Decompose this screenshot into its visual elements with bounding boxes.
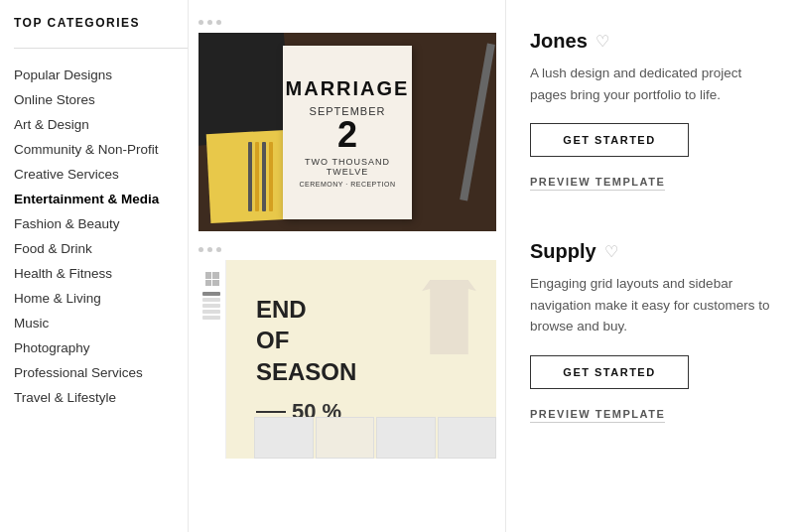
- dot-3: [216, 20, 221, 25]
- dot-6: [216, 247, 221, 252]
- supply-line3: SEASON: [256, 356, 356, 387]
- dot-2: [207, 20, 212, 25]
- supply-preview-bg: END OF SEASON 50 %: [198, 260, 496, 459]
- sidebar-item-art-design[interactable]: Art & Design: [14, 112, 188, 137]
- page-layout: TOP CATEGORIES Popular DesignsOnline Sto…: [0, 0, 794, 532]
- supply-name-row: Supply ♡: [530, 240, 770, 263]
- supply-dash: [256, 411, 286, 413]
- supply-main-area: END OF SEASON 50 %: [226, 260, 496, 459]
- sidebar-item-travel-lifestyle[interactable]: Travel & Lifestyle: [14, 385, 188, 410]
- supply-preview-image: END OF SEASON 50 %: [198, 260, 496, 459]
- jones-preview-bg: MARRIAGE SEPTEMBER 2 TWO THOUSAND TWELVE…: [198, 33, 496, 231]
- jones-pencils: [248, 142, 273, 211]
- supply-bottom-row: [254, 417, 496, 459]
- jones-marriage: MARRIAGE: [286, 77, 410, 99]
- jones-name-row: Jones ♡: [530, 30, 770, 53]
- grid-sq-2: [212, 272, 219, 279]
- supply-thumb-1: [254, 417, 314, 459]
- sidebar-item-health-fitness[interactable]: Health & Fitness: [14, 261, 188, 286]
- supply-nav-3: [202, 304, 220, 308]
- supply-detail: Supply ♡ Engaging grid layouts and sideb…: [530, 230, 770, 423]
- jones-cloth: [198, 33, 293, 146]
- sidebar-item-community-non-profit[interactable]: Community & Non-Profit: [14, 137, 188, 162]
- grid-sq-1: [205, 272, 212, 279]
- supply-description: Engaging grid layouts and sidebar naviga…: [530, 273, 770, 337]
- pencil-3: [262, 142, 266, 211]
- supply-heart-icon[interactable]: ♡: [604, 242, 618, 261]
- supply-thumb-4: [438, 417, 497, 459]
- sidebar: TOP CATEGORIES Popular DesignsOnline Sto…: [0, 0, 189, 532]
- template-card-jones[interactable]: MARRIAGE SEPTEMBER 2 TWO THOUSAND TWELVE…: [189, 12, 505, 231]
- sidebar-divider: [14, 48, 188, 49]
- sidebar-item-music[interactable]: Music: [14, 311, 188, 335]
- supply-preview-link[interactable]: PREVIEW TEMPLATE: [530, 408, 665, 423]
- jones-get-started-button[interactable]: GET STARTED: [530, 123, 689, 157]
- sidebar-item-food-drink[interactable]: Food & Drink: [14, 236, 188, 261]
- jones-description: A lush design and dedicated project page…: [530, 63, 770, 105]
- main-content: MARRIAGE SEPTEMBER 2 TWO THOUSAND TWELVE…: [189, 0, 794, 532]
- supply-sidebar-nav: [198, 260, 226, 459]
- sidebar-item-creative-services[interactable]: Creative Services: [14, 162, 188, 187]
- dot-5: [207, 247, 212, 252]
- grid-sq-4: [212, 280, 219, 287]
- template-list: MARRIAGE SEPTEMBER 2 TWO THOUSAND TWELVE…: [189, 0, 506, 532]
- sidebar-item-professional-services[interactable]: Professional Services: [14, 360, 188, 385]
- sidebar-item-popular-designs[interactable]: Popular Designs: [14, 63, 188, 87]
- supply-dots: [189, 239, 505, 260]
- jones-ruler: [460, 44, 495, 201]
- jones-name: Jones: [530, 30, 588, 53]
- jones-preview-link[interactable]: PREVIEW TEMPLATE: [530, 176, 665, 191]
- supply-name: Supply: [530, 240, 596, 263]
- pencil-1: [248, 142, 252, 211]
- sidebar-item-photography[interactable]: Photography: [14, 335, 188, 360]
- supply-end-text: END OF SEASON: [256, 294, 356, 387]
- dot-4: [198, 247, 203, 252]
- pencil-4: [269, 142, 273, 211]
- jones-detail: Jones ♡ A lush design and dedicated proj…: [530, 20, 770, 191]
- jones-dots: [189, 12, 505, 33]
- supply-thumb-2: [316, 417, 375, 459]
- detail-panel: Jones ♡ A lush design and dedicated proj…: [506, 0, 794, 532]
- supply-nav-2: [202, 298, 220, 302]
- jones-preview-image: MARRIAGE SEPTEMBER 2 TWO THOUSAND TWELVE…: [198, 33, 496, 231]
- supply-nav-4: [202, 310, 220, 314]
- sidebar-item-fashion-beauty[interactable]: Fashion & Beauty: [14, 211, 188, 236]
- supply-shirt-shape: [422, 280, 476, 354]
- jones-ceremony: CEREMONY · RECEPTION: [300, 181, 396, 188]
- jones-day: 2: [337, 117, 357, 153]
- grid-sq-3: [205, 280, 212, 287]
- supply-shirt: [422, 280, 476, 354]
- dot-1: [198, 20, 203, 25]
- pencil-2: [255, 142, 259, 211]
- supply-line2: OF: [256, 325, 356, 355]
- supply-nav-1: [202, 292, 220, 296]
- sidebar-item-home-living[interactable]: Home & Living: [14, 286, 188, 311]
- supply-thumb-3: [376, 417, 436, 459]
- sidebar-title: TOP CATEGORIES: [14, 16, 188, 30]
- supply-get-started-button[interactable]: GET STARTED: [530, 355, 689, 389]
- template-card-supply[interactable]: END OF SEASON 50 %: [189, 239, 505, 459]
- jones-paper: MARRIAGE SEPTEMBER 2 TWO THOUSAND TWELVE…: [283, 46, 412, 219]
- supply-line1: END: [256, 294, 356, 325]
- sidebar-item-entertainment-media[interactable]: Entertainment & Media: [14, 187, 188, 211]
- jones-year: TWO THOUSAND TWELVE: [293, 157, 402, 177]
- supply-grid-icon: [205, 272, 219, 286]
- supply-nav-5: [202, 316, 220, 320]
- sidebar-item-online-stores[interactable]: Online Stores: [14, 87, 188, 112]
- jones-heart-icon[interactable]: ♡: [596, 32, 609, 51]
